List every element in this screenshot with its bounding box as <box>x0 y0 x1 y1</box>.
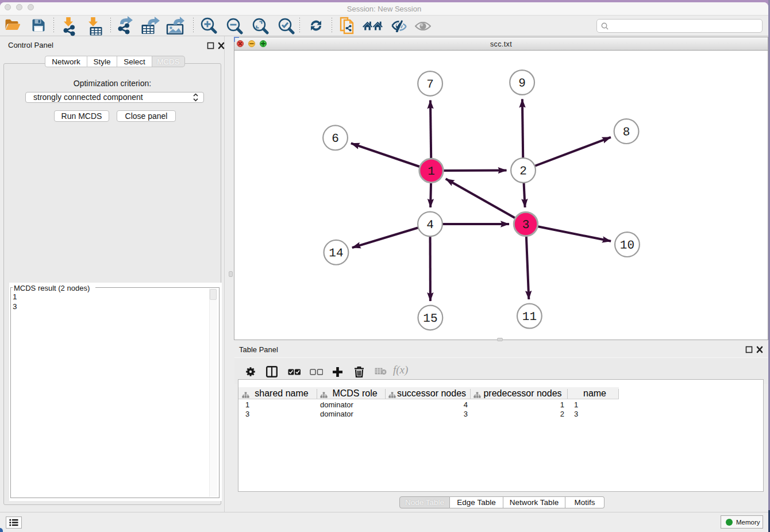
svg-text:9: 9 <box>518 78 526 91</box>
svg-text:14: 14 <box>329 247 343 260</box>
svg-text:10: 10 <box>620 240 634 253</box>
svg-text:6: 6 <box>332 133 339 146</box>
svg-text:4: 4 <box>426 219 434 232</box>
svg-text:15: 15 <box>423 313 437 326</box>
svg-text:11: 11 <box>522 311 537 324</box>
svg-text:2: 2 <box>519 165 527 179</box>
svg-text:8: 8 <box>623 126 630 140</box>
svg-text:7: 7 <box>426 78 434 91</box>
svg-text:3: 3 <box>522 219 530 232</box>
svg-text:1: 1 <box>428 165 435 179</box>
